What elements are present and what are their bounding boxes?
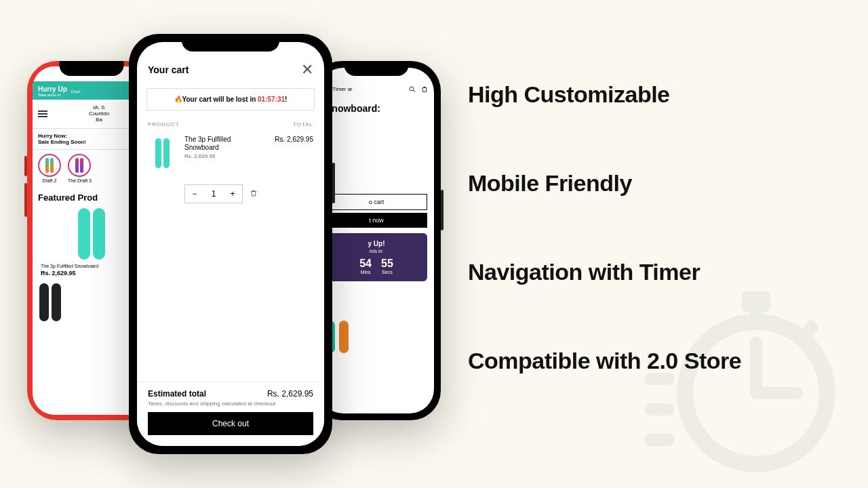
- feature-list: High Customizable Mobile Friendly Naviga…: [468, 81, 741, 374]
- close-icon[interactable]: ✕: [301, 62, 313, 77]
- cart-line-item: The 3p Fulfilled Snowboard Rs. 2,629.95 …: [137, 130, 324, 176]
- tax-note: Taxes, discounts and shipping calculated…: [148, 401, 313, 407]
- cart-warning: 🔥Your cart will be lost in 01:57:31!: [146, 88, 315, 110]
- countdown-mins-label: Mins: [359, 270, 372, 274]
- qty-value: 1: [204, 185, 223, 203]
- cart-item-name: The 3p Fulfilled Snowboard: [184, 136, 267, 152]
- countdown-secs-label: Secs: [381, 270, 393, 274]
- cart-footer: Estimated total Rs. 2,629.95 Taxes, disc…: [137, 382, 324, 446]
- warning-suffix: !: [285, 96, 287, 103]
- banner-subtitle: Sale ends in:: [38, 93, 67, 97]
- estimated-total-label: Estimated total: [148, 389, 206, 399]
- trash-icon[interactable]: [250, 189, 258, 199]
- hamburger-icon[interactable]: [38, 110, 47, 117]
- col-total: TOTAL: [293, 121, 313, 127]
- app-title: wn Timer ar: [324, 87, 404, 93]
- feature-item: Navigation with Timer: [468, 259, 741, 285]
- countdown-secs: 55: [381, 258, 393, 270]
- countdown-title: y Up!: [332, 240, 420, 247]
- qty-increment-button[interactable]: +: [223, 185, 242, 203]
- cart-item-unit-price: Rs. 2,629.95: [184, 153, 267, 159]
- svg-rect-8: [644, 434, 675, 446]
- buy-now-button[interactable]: t now: [326, 213, 427, 228]
- snowboard-image: [52, 283, 61, 321]
- estimated-total-value: Rs. 2,629.95: [267, 389, 313, 399]
- product-name: The 3p Fulfilled Snowboard: [41, 264, 142, 268]
- cart-item-total: Rs. 2,629.95: [275, 136, 313, 143]
- countdown-subtitle: nds in:: [332, 249, 420, 253]
- search-icon[interactable]: [408, 85, 416, 94]
- svg-point-9: [410, 87, 414, 91]
- checkout-button[interactable]: Check out: [148, 412, 313, 435]
- svg-rect-6: [644, 373, 675, 385]
- svg-rect-2: [750, 312, 762, 328]
- countdown-mins: 54: [359, 258, 372, 270]
- phone-side-button: [441, 190, 443, 230]
- product-thumbnail: [148, 136, 176, 171]
- svg-rect-7: [644, 403, 675, 415]
- banner-days-label: Days: [71, 89, 81, 94]
- cart-icon[interactable]: [420, 85, 429, 94]
- snowboard-image: [39, 283, 49, 321]
- cart-title: Your cart: [148, 64, 189, 75]
- product-price: Rs. 2,629.95: [41, 270, 142, 277]
- phone-notch: [182, 34, 279, 52]
- phone-side-button: [332, 163, 335, 203]
- col-product: PRODUCT: [148, 121, 180, 127]
- warning-prefix: 🔥Your cart will be lost in: [174, 96, 258, 103]
- warning-time: 01:57:31: [258, 96, 285, 103]
- phone-side-button: [24, 183, 27, 217]
- svg-line-10: [414, 91, 416, 93]
- snowboard-image: [339, 321, 349, 353]
- countdown-widget: y Up! nds in: 54 Mins 55 Secs: [326, 233, 427, 281]
- banner-title: Hurry Up: [38, 85, 67, 93]
- svg-rect-1: [742, 291, 770, 312]
- feature-item: High Customizable: [468, 81, 741, 108]
- draft-item[interactable]: The Draft 3: [68, 154, 92, 183]
- draft-item[interactable]: Draft 2: [38, 154, 61, 183]
- snowboard-image: [78, 208, 90, 260]
- feature-item: Compatible with 2.0 Store: [468, 348, 741, 374]
- phone-side-button: [24, 156, 27, 176]
- add-to-cart-button[interactable]: o cart: [326, 194, 427, 210]
- snowboard-image: [93, 208, 105, 260]
- phone-mock-center: Your cart ✕ 🔥Your cart will be lost in 0…: [129, 34, 332, 454]
- phone-notch: [60, 61, 124, 76]
- feature-item: Mobile Friendly: [468, 170, 741, 197]
- product-title: Snowboard:: [319, 98, 434, 117]
- quantity-stepper[interactable]: − 1 +: [184, 184, 243, 203]
- phone-notch: [344, 61, 409, 76]
- qty-decrement-button[interactable]: −: [185, 185, 204, 203]
